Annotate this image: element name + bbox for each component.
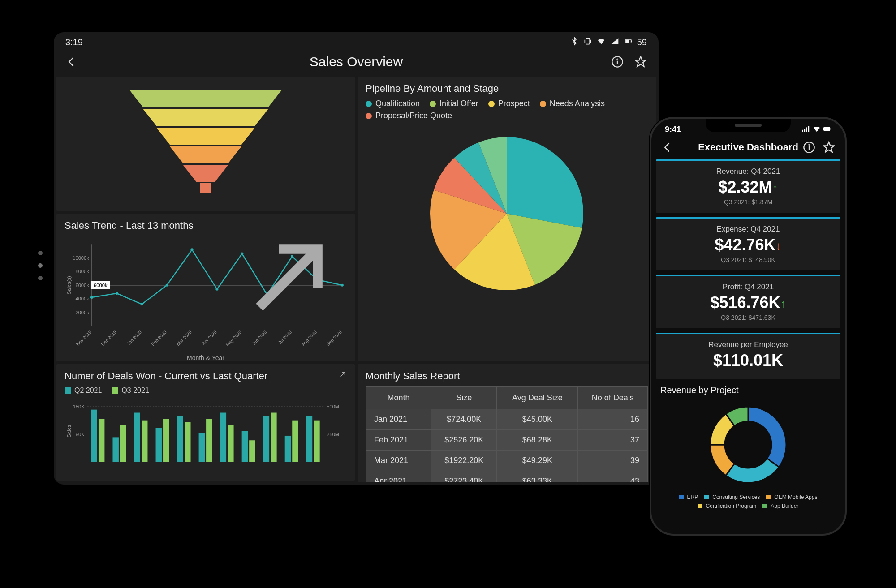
svg-line-48 <box>341 373 345 377</box>
status-time: 3:19 <box>65 37 83 47</box>
legend-item: Proposal/Price Quote <box>366 111 452 120</box>
vibrate-icon <box>583 37 592 48</box>
pie-chart <box>426 133 587 294</box>
svg-text:6000k: 6000k <box>94 283 108 288</box>
svg-rect-58 <box>112 437 118 462</box>
back-button[interactable] <box>661 141 674 154</box>
svg-text:Feb 2020: Feb 2020 <box>151 330 168 347</box>
stat-label: Revenue per Employee <box>660 340 836 349</box>
svg-rect-72 <box>263 416 269 462</box>
wifi-icon <box>813 125 821 134</box>
pagination-dots[interactable] <box>38 251 43 280</box>
svg-marker-7 <box>635 56 646 66</box>
table-row[interactable]: Apr 2021$2723.40K$63.33K43 <box>366 471 648 482</box>
stat-label: Profit: Q4 2021 <box>660 283 836 292</box>
svg-rect-2 <box>625 40 629 43</box>
stat-card[interactable]: Revenue: Q4 2021 $2.32M↑ Q3 2021: $1.87M <box>656 159 840 213</box>
star-icon[interactable] <box>634 56 647 68</box>
table-header: Avg Deal Size <box>497 387 578 409</box>
legend-item: App Builder <box>762 503 798 509</box>
svg-text:180K: 180K <box>73 404 85 409</box>
pipeline-pie-card[interactable]: Pipeline By Amount and Stage Qualificati… <box>358 77 656 361</box>
stat-sub: Q3 2021: $148.90K <box>660 256 836 263</box>
revenue-by-project-card[interactable]: Revenue by Project ERPConsulting Service… <box>656 383 840 514</box>
stat-card[interactable]: Revenue per Employee $110.01K <box>656 333 840 379</box>
svg-marker-10 <box>156 128 255 145</box>
star-icon[interactable] <box>823 141 835 154</box>
expand-icon[interactable] <box>339 370 347 380</box>
svg-rect-78 <box>802 130 803 132</box>
phone-status-time: 9:41 <box>665 125 681 134</box>
svg-rect-64 <box>177 416 183 462</box>
legend-item: Needs Analysis <box>540 99 605 108</box>
svg-rect-0 <box>586 38 590 44</box>
battery-icon <box>624 37 633 48</box>
funnel-chart-card[interactable] <box>56 77 355 211</box>
svg-text:6000k: 6000k <box>75 283 89 288</box>
signal-icon <box>610 37 619 48</box>
svg-point-29 <box>190 248 193 251</box>
svg-line-14 <box>259 249 318 307</box>
svg-marker-12 <box>183 165 228 182</box>
svg-rect-3 <box>631 40 632 42</box>
svg-rect-57 <box>99 419 104 462</box>
svg-rect-83 <box>831 128 831 130</box>
stat-value: $110.01K <box>660 351 836 370</box>
table-header: Size <box>431 387 497 409</box>
page-title: Sales Overview <box>310 54 403 69</box>
svg-rect-81 <box>808 126 810 132</box>
signal-icon <box>802 125 810 134</box>
svg-point-86 <box>809 145 809 145</box>
svg-rect-73 <box>271 413 276 462</box>
back-button[interactable] <box>65 56 78 68</box>
svg-rect-67 <box>206 419 212 462</box>
info-icon[interactable] <box>803 141 815 154</box>
battery-icon <box>823 125 831 134</box>
legend-item: Initial Offer <box>430 99 478 108</box>
svg-point-27 <box>141 303 143 305</box>
svg-point-28 <box>166 284 168 287</box>
expand-icon[interactable] <box>230 220 347 338</box>
svg-text:250M: 250M <box>327 432 339 437</box>
sales-trend-card[interactable]: Sales Trend - Last 13 months 2000k4000k6… <box>56 214 355 361</box>
table-header: Month <box>366 387 431 409</box>
info-icon[interactable] <box>611 56 624 68</box>
bar-legend: Q2 2021 Q3 2021 <box>65 386 347 395</box>
svg-rect-80 <box>806 127 807 132</box>
svg-text:Sales(s): Sales(s) <box>66 276 72 294</box>
svg-text:8000k: 8000k <box>75 269 89 274</box>
svg-text:Dec 2019: Dec 2019 <box>100 330 118 347</box>
svg-rect-13 <box>200 183 211 193</box>
donut-title: Revenue by Project <box>656 383 840 400</box>
table-row[interactable]: Jan 2021$724.00K$45.00K16 <box>366 409 648 430</box>
stat-label: Expense: Q4 2021 <box>660 225 836 234</box>
stat-value: $2.32M↑ <box>660 178 836 197</box>
svg-rect-74 <box>285 436 291 462</box>
deals-bar-card[interactable]: Numer of Deals Won - Current vs Last Qua… <box>56 364 355 481</box>
stat-card[interactable]: Expense: Q4 2021 $42.76K↓ Q3 2021: $148.… <box>656 217 840 270</box>
svg-rect-77 <box>314 421 319 462</box>
svg-text:Nov 2019: Nov 2019 <box>75 330 93 347</box>
legend-item: Prospect <box>488 99 530 108</box>
svg-marker-9 <box>143 109 268 126</box>
bluetooth-icon <box>570 37 579 48</box>
battery-percent: 59 <box>637 37 647 47</box>
stat-card[interactable]: Profit: Q4 2021 $516.76K↑ Q3 2021: $471.… <box>656 275 840 328</box>
svg-rect-68 <box>220 413 226 462</box>
legend-item: ERP <box>679 494 698 500</box>
svg-text:90K: 90K <box>76 432 85 437</box>
svg-rect-65 <box>185 422 190 462</box>
monthly-sales-table: MonthSizeAvg Deal SizeNo of Deals Jan 20… <box>366 386 648 482</box>
table-row[interactable]: Mar 2021$1922.20K$49.29K39 <box>366 451 648 471</box>
legend-item: Consulting Services <box>704 494 760 500</box>
svg-rect-61 <box>142 421 147 462</box>
status-icons: 59 <box>570 37 647 48</box>
tablet-header: Sales Overview <box>54 51 659 77</box>
table-row[interactable]: Feb 2021$2526.20K$68.28K37 <box>366 430 648 451</box>
stat-value: $516.76K↑ <box>660 293 836 312</box>
bar-legend-b: Q3 2021 <box>121 386 149 395</box>
donut-chart <box>699 400 797 489</box>
legend-item: OEM Mobile Apps <box>766 494 817 500</box>
monthly-sales-table-card[interactable]: Monthly Sales Report MonthSizeAvg Deal S… <box>358 364 656 482</box>
svg-rect-71 <box>249 440 255 462</box>
